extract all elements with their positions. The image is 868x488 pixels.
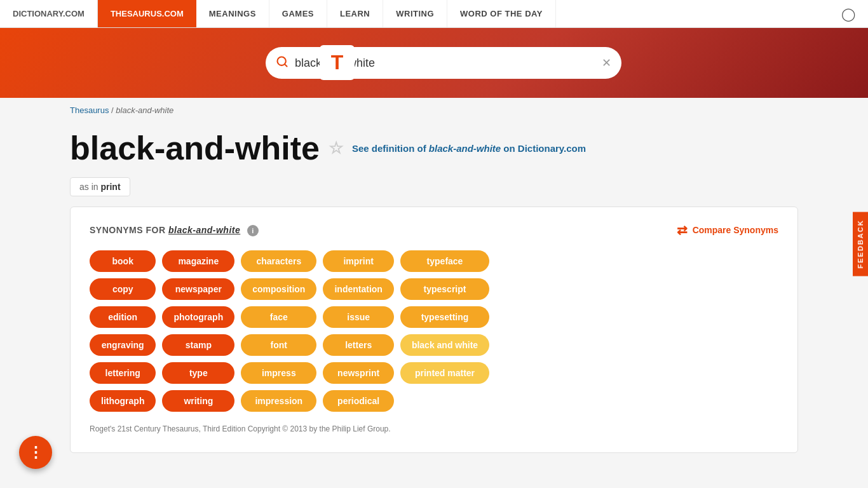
tag-book[interactable]: book — [90, 250, 156, 272]
meanings-nav-link[interactable]: MEANINGS — [196, 0, 269, 27]
top-navigation: DICTIONARY.COM THESAURUS.COM MEANINGS GA… — [0, 0, 868, 28]
synonyms-box: SYNONYMS FOR black-and-white i ⇄ Compare… — [70, 207, 798, 453]
learn-nav-link[interactable]: LEARN — [327, 0, 383, 27]
main-content: black-and-white ☆ See definition of blac… — [0, 123, 868, 478]
clear-search-button[interactable]: ✕ — [602, 56, 611, 70]
tag-impression[interactable]: impression — [241, 390, 316, 412]
synonyms-footer: Roget's 21st Century Thesaurus, Third Ed… — [90, 424, 778, 433]
tag-letters[interactable]: letters — [323, 334, 393, 356]
compare-synonyms-link[interactable]: ⇄ Compare Synonyms — [677, 222, 778, 238]
synonyms-label: SYNONYMS FOR black-and-white — [90, 225, 240, 235]
tag-issue[interactable]: issue — [323, 306, 393, 328]
tag-lithograph[interactable]: lithograph — [90, 390, 156, 412]
word-of-day-nav-link[interactable]: WORD OF THE DAY — [447, 0, 556, 27]
tag-typescript[interactable]: typescript — [400, 278, 489, 300]
tag-face[interactable]: face — [241, 306, 316, 328]
tag-typeface[interactable]: typeface — [400, 250, 489, 272]
search-icon — [276, 55, 288, 71]
as-in-label: as in print — [70, 177, 130, 196]
tag-magazine[interactable]: magazine — [162, 250, 234, 272]
compare-arrows-icon: ⇄ — [677, 222, 688, 238]
tag-characters[interactable]: characters — [241, 250, 316, 272]
tag-periodical[interactable]: periodical — [323, 390, 393, 412]
tag-edition[interactable]: edition — [90, 306, 156, 328]
synonyms-column-2: magazine newspaper photograph stamp type… — [162, 250, 234, 412]
tag-type[interactable]: type — [162, 362, 234, 384]
dictionary-definition-link[interactable]: See definition of black-and-white on Dic… — [352, 143, 586, 154]
tag-imprint[interactable]: imprint — [323, 250, 393, 272]
nav-links-group: MEANINGS GAMES LEARN WRITING WORD OF THE… — [196, 0, 829, 27]
synonyms-word: black-and-white — [168, 225, 240, 235]
synonyms-column-4: imprint indentation issue letters newspr… — [323, 250, 393, 412]
tag-composition[interactable]: composition — [241, 278, 316, 300]
tag-printed-matter[interactable]: printed matter — [400, 362, 489, 384]
synonyms-column-3: characters composition face font impress… — [241, 250, 316, 412]
tag-lettering[interactable]: lettering — [90, 362, 156, 384]
games-nav-link[interactable]: GAMES — [269, 0, 327, 27]
tag-newspaper[interactable]: newspaper — [162, 278, 234, 300]
floating-action-button[interactable]: ⋮ — [19, 436, 52, 469]
breadcrumb: Thesaurus / black-and-white — [0, 98, 868, 123]
tag-copy[interactable]: copy — [90, 278, 156, 300]
breadcrumb-thesaurus-link[interactable]: Thesaurus — [70, 105, 109, 115]
page-title: black-and-white — [70, 129, 320, 167]
tag-typesetting[interactable]: typesetting — [400, 306, 489, 328]
info-icon[interactable]: i — [247, 225, 259, 236]
synonyms-column-5: typeface typescript typesetting black an… — [400, 250, 489, 412]
synonyms-tags-area: book copy edition engraving lettering li… — [90, 250, 778, 412]
thesaurus-logo: T — [320, 45, 355, 80]
dict-link-word: black-and-white — [429, 143, 501, 154]
as-in-word: print — [100, 182, 120, 192]
synonyms-header: SYNONYMS FOR black-and-white i ⇄ Compare… — [90, 222, 778, 238]
tag-stamp[interactable]: stamp — [162, 334, 234, 356]
tag-font[interactable]: font — [241, 334, 316, 356]
svg-line-1 — [285, 64, 287, 66]
favorite-star-icon[interactable]: ☆ — [329, 139, 343, 158]
synonyms-title: SYNONYMS FOR black-and-white i — [90, 224, 259, 236]
quiz-section: QUIZ — [0, 478, 868, 488]
tag-engraving[interactable]: engraving — [90, 334, 156, 356]
fab-dots-icon: ⋮ — [28, 444, 43, 461]
writing-nav-link[interactable]: WRITING — [383, 0, 447, 27]
user-account-icon[interactable]: ◯ — [829, 6, 868, 22]
breadcrumb-current: black-and-white — [116, 105, 173, 115]
feedback-button[interactable]: FEEDBACK — [853, 212, 868, 276]
tag-newsprint[interactable]: newsprint — [323, 362, 393, 384]
tag-impress[interactable]: impress — [241, 362, 316, 384]
tag-photograph[interactable]: photograph — [162, 306, 234, 328]
synonyms-column-1: book copy edition engraving lettering li… — [90, 250, 156, 412]
search-area: T ✕ — [0, 28, 868, 98]
compare-synonyms-label: Compare Synonyms — [693, 225, 778, 235]
tag-writing[interactable]: writing — [162, 390, 234, 412]
tag-black-and-white[interactable]: black and white — [400, 334, 489, 356]
dictionary-nav-link[interactable]: DICTIONARY.COM — [0, 0, 98, 27]
thesaurus-nav-link[interactable]: THESAURUS.COM — [98, 0, 196, 27]
word-title-area: black-and-white ☆ See definition of blac… — [70, 129, 798, 167]
tag-indentation[interactable]: indentation — [323, 278, 393, 300]
search-bar: ✕ — [266, 47, 621, 79]
